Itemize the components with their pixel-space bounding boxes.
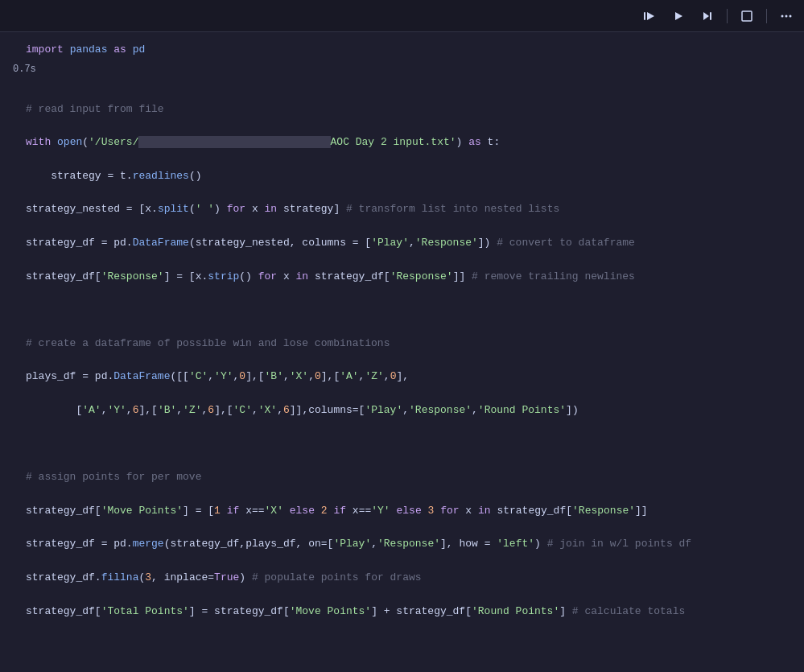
toolbar-separator-1 [727,9,728,23]
toolbar-separator-2 [766,9,767,23]
svg-rect-0 [644,12,645,20]
svg-point-3 [781,14,784,17]
cell-output: 0.7s [0,62,804,81]
code-area[interactable]: import pandas as pd 0.7s # read input fr… [0,32,804,672]
svg-point-5 [790,14,792,17]
import-line: import pandas as pd [0,39,804,62]
run-next-button[interactable] [696,6,719,26]
notebook-container: import pandas as pd 0.7s # read input fr… [0,0,804,672]
run-all-button[interactable] [638,6,661,26]
svg-rect-1 [710,12,711,20]
more-options-button[interactable] [775,6,798,26]
svg-rect-2 [742,11,752,21]
execution-time: 0.7s [13,64,36,75]
clear-button[interactable] [736,6,758,26]
main-code-block: # read input from file with open('/Users… [0,81,804,672]
run-button[interactable] [667,6,690,26]
svg-point-4 [785,14,788,17]
cell-toolbar [0,0,804,32]
